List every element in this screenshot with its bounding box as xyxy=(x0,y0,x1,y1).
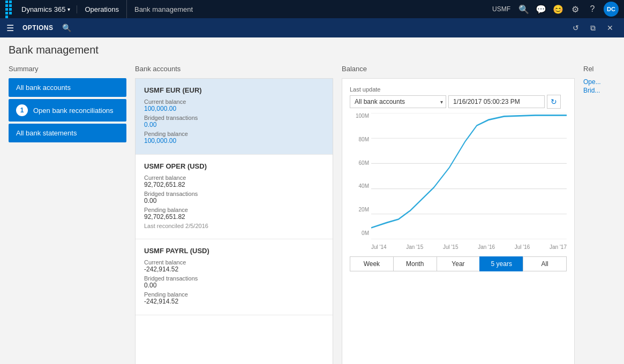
5years-button[interactable]: 5 years xyxy=(479,256,523,271)
chart-y-labels: 100M 80M 60M 40M 20M 0M xyxy=(350,113,371,236)
related-link-open[interactable]: Ope... xyxy=(583,78,615,86)
balance-controls: Last update All bank accounts ↻ xyxy=(350,86,567,109)
topnav-right: USMF 🔍 💬 😊 ⚙ ? DC xyxy=(488,0,619,18)
company-label: USMF xyxy=(488,5,515,13)
summary-header: Summary xyxy=(9,65,126,73)
brand-label[interactable]: Dynamics 365 ▾ xyxy=(18,5,77,13)
reconciliation-badge: 1 xyxy=(16,104,28,116)
reconciled-row-1: Last reconciled 2/5/2016 xyxy=(144,223,324,229)
account-select[interactable]: All bank accounts xyxy=(350,95,446,108)
chart-svg-wrap xyxy=(371,113,567,239)
chat-icon[interactable]: 💬 xyxy=(533,0,549,18)
brand-chevron: ▾ xyxy=(67,6,70,12)
bank-account-title-1: USMF OPER (USD) xyxy=(144,162,324,170)
related-header: Rel xyxy=(583,65,615,73)
balance-chart: 100M 80M 60M 40M 20M 0M xyxy=(350,113,567,252)
face-icon[interactable]: 😊 xyxy=(550,0,566,18)
current-balance-row-0: Current balance 100,000.00 xyxy=(144,98,324,112)
bank-account-title-2: USMF PAYRL (USD) xyxy=(144,247,324,255)
bank-account-card-2[interactable]: USMF PAYRL (USD) Current balance -242,91… xyxy=(136,239,333,315)
balance-inner: Last update All bank accounts ↻ xyxy=(342,78,575,364)
search-icon[interactable]: 🔍 xyxy=(516,0,532,18)
all-bank-statements-button[interactable]: All bank statements xyxy=(9,124,126,142)
all-button[interactable]: All xyxy=(523,256,567,271)
pending-row-1: Pending balance 92,702,651.82 xyxy=(144,207,324,221)
bank-accounts-panel: Bank accounts USMF EUR (EUR) Current bal… xyxy=(135,65,333,364)
time-range-buttons: Week Month Year 5 years All xyxy=(350,256,567,271)
account-select-wrapper[interactable]: All bank accounts xyxy=(350,95,446,108)
all-bank-accounts-button[interactable]: All bank accounts xyxy=(9,78,126,97)
pending-row-2: Pending balance -242,914.52 xyxy=(144,291,324,305)
settings-icon[interactable]: ⚙ xyxy=(567,0,583,18)
main-content: Summary All bank accounts 1 Open bank re… xyxy=(0,56,624,364)
avatar[interactable]: DC xyxy=(604,2,619,17)
summary-panel: Summary All bank accounts 1 Open bank re… xyxy=(9,65,126,364)
page-title: Bank management xyxy=(9,44,615,56)
close-icon[interactable]: ✕ xyxy=(603,20,618,35)
chart-x-labels: Jul '14 Jan '15 Jul '15 Jan '16 Jul '16 … xyxy=(371,241,567,252)
refresh-button[interactable]: ↻ xyxy=(547,95,561,109)
month-button[interactable]: Month xyxy=(393,256,437,271)
chart-svg xyxy=(371,113,567,239)
current-balance-row-1: Current balance 92,702,651.82 xyxy=(144,175,324,188)
balance-panel: Balance Last update All bank accounts ↻ xyxy=(342,65,575,364)
hamburger-icon[interactable]: ☰ xyxy=(6,23,14,33)
secondary-toolbar: ☰ OPTIONS 🔍 ↺ ⧉ ✕ xyxy=(0,18,624,37)
bank-accounts-list[interactable]: USMF EUR (EUR) Current balance 100,000.0… xyxy=(135,78,333,364)
week-button[interactable]: Week xyxy=(350,256,393,271)
year-button[interactable]: Year xyxy=(437,256,480,271)
date-input[interactable] xyxy=(448,95,545,108)
bank-account-title-0: USMF EUR (EUR) xyxy=(144,86,324,94)
new-window-icon[interactable]: ⧉ xyxy=(585,20,600,35)
top-navbar: Dynamics 365 ▾ Operations Bank managemen… xyxy=(0,0,624,18)
bank-account-card-1[interactable]: USMF OPER (USD) Current balance 92,702,6… xyxy=(136,155,333,239)
toolbar-search-icon[interactable]: 🔍 xyxy=(62,24,71,32)
bridged-row-2: Bridged transactions 0.00 xyxy=(144,275,324,289)
help-icon[interactable]: ? xyxy=(584,0,600,18)
bridged-row-1: Bridged transactions 0.00 xyxy=(144,191,324,204)
current-balance-row-2: Current balance -242,914.52 xyxy=(144,259,324,273)
bridged-row-0: Bridged transactions 0.00 xyxy=(144,115,324,128)
balance-header: Balance xyxy=(342,65,575,73)
bank-accounts-header: Bank accounts xyxy=(135,65,333,73)
page-breadcrumb: Bank management xyxy=(127,5,488,13)
bank-account-card-0[interactable]: USMF EUR (EUR) Current balance 100,000.0… xyxy=(136,79,333,155)
operations-nav[interactable]: Operations xyxy=(77,0,127,18)
page-header: Bank management xyxy=(0,37,624,56)
toolbar-right-actions: ↺ ⧉ ✕ xyxy=(568,20,618,35)
pending-row-0: Pending balance 100,000.00 xyxy=(144,131,324,145)
related-link-bridged[interactable]: Brid... xyxy=(583,87,615,94)
open-reconciliations-button[interactable]: 1 Open bank reconciliations xyxy=(9,99,126,122)
related-panel: Rel Ope... Brid... xyxy=(583,65,615,364)
last-update-label: Last update xyxy=(350,86,561,93)
app-grid-icon[interactable] xyxy=(5,1,14,18)
refresh-icon[interactable]: ↺ xyxy=(568,20,583,35)
options-label: OPTIONS xyxy=(22,24,54,32)
